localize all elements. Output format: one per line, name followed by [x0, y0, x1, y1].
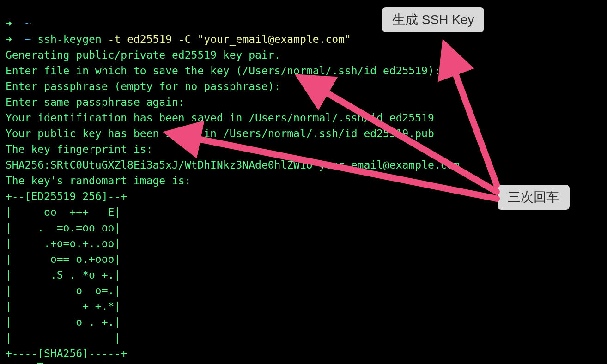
output-line: Enter same passphrase again: — [6, 96, 185, 108]
callout-three-enters: 三次回车 — [498, 185, 570, 210]
output-line: Your identification has been saved in /U… — [6, 112, 434, 124]
prompt-path: ~ — [25, 18, 31, 30]
output-line: Enter passphrase (empty for no passphras… — [6, 80, 280, 92]
randomart-line: | o o=.| — [6, 285, 121, 297]
randomart-line: | .+o=o.+..oo| — [6, 237, 121, 249]
command: ssh-keygen — [37, 33, 101, 45]
randomart-line: | + +.*| — [6, 300, 121, 312]
prompt-arrow: ➜ — [6, 18, 12, 30]
randomart-line: +----[SHA256]-----+ — [6, 347, 127, 359]
randomart-line: | oo +++ E| — [6, 206, 121, 218]
randomart-line: | | — [6, 332, 121, 344]
prompt-path: ~ — [25, 33, 31, 45]
randomart-line: | o . +.| — [6, 316, 121, 328]
randomart-line: | . =o.=oo oo| — [6, 222, 121, 234]
randomart-line: | .S . *o +.| — [6, 269, 121, 281]
randomart-line: | o== o.+ooo| — [6, 253, 121, 265]
output-line: Generating public/private ed25519 key pa… — [6, 49, 280, 61]
output-line: Enter file in which to save the key (/Us… — [6, 65, 441, 77]
terminal[interactable]: ➜ ~ ➜ ~ ssh-keygen -t ed25519 -C "your_e… — [0, 0, 607, 364]
output-line: SHA256:SRtC0UtuGXZl8Ei3a5xJ/WtDhINkz3NAd… — [6, 159, 460, 171]
prompt-arrow: ➜ — [6, 33, 12, 45]
callout-generate-ssh-key: 生成 SSH Key — [382, 7, 484, 32]
output-line: The key's randomart image is: — [6, 175, 191, 187]
randomart-line: +--[ED25519 256]--+ — [6, 190, 127, 202]
output-line: The key fingerprint is: — [6, 143, 153, 155]
output-line: Your public key has been saved in /Users… — [6, 127, 434, 140]
command-args: -t ed25519 -C "your_email@example.com" — [102, 33, 351, 45]
